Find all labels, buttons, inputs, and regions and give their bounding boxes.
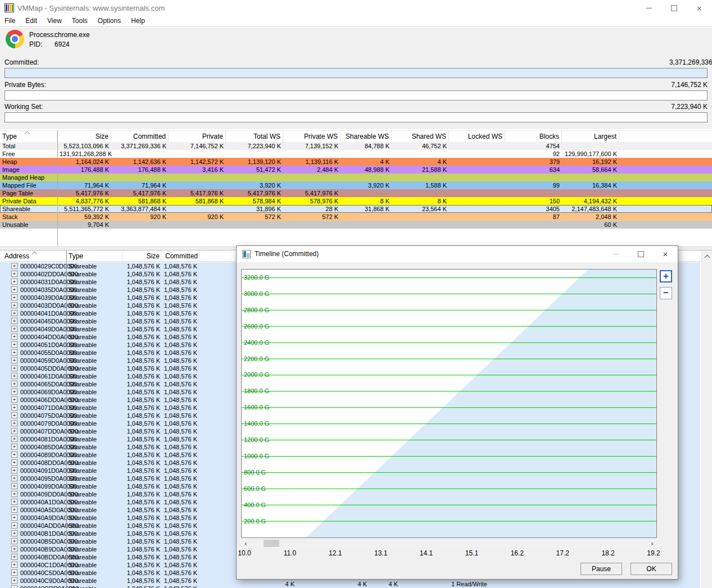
pause-button[interactable]: Pause: [581, 563, 622, 575]
dialog-close-button[interactable]: ×: [653, 246, 678, 262]
type-value: Shareable: [69, 514, 97, 522]
summary-row-shareable[interactable]: Shareable5,511,365,772 K3,363,877,484 K3…: [0, 205, 712, 213]
expand-icon[interactable]: +: [11, 373, 17, 379]
summary-row-mapped-file[interactable]: Mapped File71,964 K71,964 K3,920 K3,920 …: [0, 181, 712, 189]
expand-icon[interactable]: +: [11, 499, 17, 505]
expand-icon[interactable]: +: [11, 357, 17, 363]
summary-column-shared-ws[interactable]: Shared WS: [392, 131, 449, 143]
summary-column-locked-ws[interactable]: Locked WS: [449, 131, 505, 143]
expand-icon[interactable]: +: [11, 569, 17, 576]
expand-icon[interactable]: +: [11, 341, 17, 348]
expand-icon[interactable]: +: [11, 514, 17, 521]
expand-icon[interactable]: +: [11, 467, 17, 473]
summary-column-private[interactable]: Private: [169, 131, 226, 143]
expand-icon[interactable]: +: [11, 334, 17, 340]
summary-cell: [341, 174, 392, 181]
expand-icon[interactable]: +: [11, 507, 17, 513]
menu-item-file[interactable]: File: [0, 16, 20, 26]
expand-icon[interactable]: +: [11, 459, 17, 466]
summary-cell: 16,384 K: [562, 181, 619, 189]
committed-value: 1,048,576 K: [161, 443, 197, 451]
expand-icon[interactable]: +: [11, 349, 17, 355]
zoom-out-button[interactable]: −: [660, 287, 672, 299]
expand-icon[interactable]: +: [11, 263, 17, 269]
expand-icon[interactable]: +: [11, 546, 17, 552]
expand-icon[interactable]: +: [11, 452, 17, 458]
maximize-button[interactable]: [661, 0, 687, 16]
summary-column-private-ws[interactable]: Private WS: [283, 131, 341, 143]
expand-icon[interactable]: +: [11, 381, 17, 387]
summary-row-unusable[interactable]: Unusable9,704 K60 K: [0, 221, 712, 229]
timeline-scrollbar[interactable]: ‹ ›: [241, 539, 657, 548]
expand-icon[interactable]: +: [11, 389, 17, 395]
menu-item-tools[interactable]: Tools: [67, 16, 93, 26]
close-button[interactable]: ×: [687, 0, 712, 16]
expand-icon[interactable]: +: [11, 444, 17, 450]
expand-icon[interactable]: +: [11, 310, 17, 316]
committed-column-header[interactable]: Committed: [161, 250, 199, 262]
summary-row-free[interactable]: Free131,921,268,288 K92129,990,177,600 K: [0, 150, 712, 158]
expand-icon[interactable]: +: [11, 530, 17, 536]
size-column-header[interactable]: Size: [123, 250, 161, 262]
expand-icon[interactable]: +: [11, 302, 17, 308]
type-column-header[interactable]: Type: [66, 250, 123, 262]
expand-icon[interactable]: +: [11, 286, 17, 293]
expand-icon[interactable]: +: [11, 365, 17, 371]
size-value: 1,048,576 K: [123, 569, 160, 577]
summary-row-private-data[interactable]: Private Data4,837,776 K581,868 K581,868 …: [0, 197, 712, 205]
menu-item-view[interactable]: View: [42, 16, 67, 26]
zoom-in-button[interactable]: +: [660, 270, 672, 282]
expand-icon[interactable]: +: [11, 428, 17, 434]
summary-column-shareable-ws[interactable]: Shareable WS: [341, 131, 392, 143]
expand-icon[interactable]: +: [11, 475, 17, 481]
menu-item-options[interactable]: Options: [93, 16, 126, 26]
expand-icon[interactable]: +: [11, 412, 17, 418]
summary-cell: [283, 181, 341, 189]
summary-row-total[interactable]: Total5,523,103,096 K3,371,269,336 K7,146…: [0, 142, 712, 150]
scrollbar-thumb[interactable]: [264, 540, 279, 547]
summary-column-total-ws[interactable]: Total WS: [226, 131, 283, 143]
scroll-up-icon[interactable]: [705, 255, 710, 261]
summary-column-largest[interactable]: Largest: [562, 131, 619, 143]
expand-icon[interactable]: +: [11, 538, 17, 544]
expand-icon[interactable]: +: [11, 271, 17, 277]
expand-icon[interactable]: +: [11, 404, 17, 411]
menu-item-help[interactable]: Help: [126, 16, 150, 26]
expand-icon[interactable]: +: [11, 562, 17, 568]
dialog-minimize-button[interactable]: [604, 246, 628, 262]
summary-cell: [341, 150, 392, 158]
summary-row-page-table[interactable]: Page Table5,417,976 K5,417,976 K5,417,97…: [0, 189, 712, 197]
scroll-right-button[interactable]: ›: [647, 539, 657, 548]
summary-cell: [505, 221, 562, 229]
summary-row-managed-heap[interactable]: Managed Heap: [0, 174, 712, 181]
expand-icon[interactable]: +: [11, 483, 17, 489]
expand-icon[interactable]: +: [11, 294, 17, 300]
private-bytes-value: 7,146,752 K: [671, 81, 708, 89]
expand-icon[interactable]: +: [11, 436, 17, 442]
expand-icon[interactable]: +: [11, 522, 17, 528]
summary-row-stack[interactable]: Stack59,392 K920 K920 K572 K572 K872,048…: [0, 213, 712, 221]
dialog-title-bar[interactable]: Timeline (Committed) ×: [237, 246, 678, 262]
expand-icon[interactable]: +: [11, 396, 17, 403]
expand-icon[interactable]: +: [11, 318, 17, 324]
summary-column-blocks[interactable]: Blocks: [505, 131, 562, 143]
summary-cell: [449, 221, 505, 229]
dialog-maximize-button[interactable]: [628, 246, 653, 262]
summary-column-separator: [57, 130, 58, 247]
expand-icon[interactable]: +: [11, 491, 17, 497]
scroll-left-button[interactable]: ‹: [241, 539, 251, 548]
summary-cell: 31,896 K: [226, 205, 283, 213]
address-scrollbar[interactable]: [701, 250, 712, 588]
menu-item-edit[interactable]: Edit: [20, 16, 42, 26]
ok-button[interactable]: OK: [631, 563, 672, 575]
minimize-button[interactable]: [636, 0, 661, 16]
expand-icon[interactable]: +: [11, 279, 17, 285]
type-value: Shareable: [69, 522, 97, 530]
summary-row-image[interactable]: Image176,488 K176,488 K3,416 K51,472 K2,…: [0, 166, 712, 174]
expand-icon[interactable]: +: [11, 420, 17, 426]
summary-row-heap[interactable]: Heap1,164,024 K1,142,636 K1,142,572 K1,1…: [0, 158, 712, 166]
expand-icon[interactable]: +: [11, 326, 17, 332]
expand-icon[interactable]: +: [11, 554, 17, 560]
summary-column-committed[interactable]: Committed: [111, 131, 169, 143]
summary-column-size[interactable]: Size: [57, 131, 111, 143]
